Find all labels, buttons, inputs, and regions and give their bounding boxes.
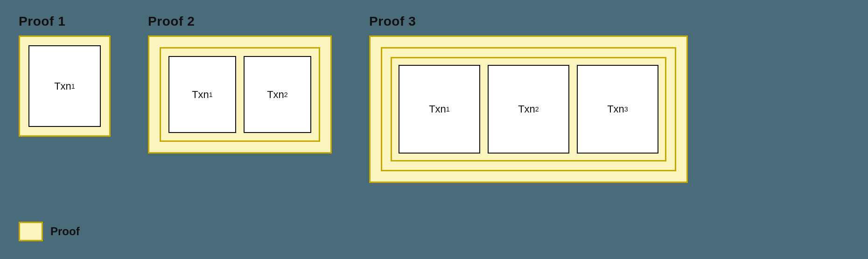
proof1-title: Proof 1	[19, 14, 65, 29]
proof3-txn1: Txn1	[399, 65, 480, 154]
proof1-outer-box: Txn1	[19, 35, 111, 137]
legend: Proof	[19, 222, 80, 241]
proof1-txn1: Txn1	[28, 45, 101, 127]
proof3-title: Proof 3	[369, 14, 416, 29]
proof2-txn1: Txn1	[168, 56, 236, 133]
proof2-section: Proof 2 Txn1 Txn2	[148, 14, 332, 154]
proof3-section: Proof 3 Txn1 Txn2 Txn3	[369, 14, 688, 183]
proof3-txn3: Txn3	[577, 65, 658, 154]
proof3-inner-box: Txn1 Txn2 Txn3	[391, 57, 666, 161]
proof2-title: Proof 2	[148, 14, 195, 29]
proof2-inner-box: Txn1 Txn2	[160, 47, 320, 142]
proof3-outer-box: Txn1 Txn2 Txn3	[369, 35, 688, 183]
proof1-section: Proof 1 Txn1	[19, 14, 111, 137]
proof2-txn2: Txn2	[244, 56, 311, 133]
proof3-txn2: Txn2	[488, 65, 569, 154]
proof3-middle-box: Txn1 Txn2 Txn3	[381, 47, 676, 171]
legend-label: Proof	[50, 225, 80, 238]
legend-proof-box	[19, 222, 43, 241]
main-container: Proof 1 Txn1 Proof 2 Txn1 Txn2 Proof 3	[0, 0, 868, 259]
proof2-outer-box: Txn1 Txn2	[148, 35, 332, 154]
